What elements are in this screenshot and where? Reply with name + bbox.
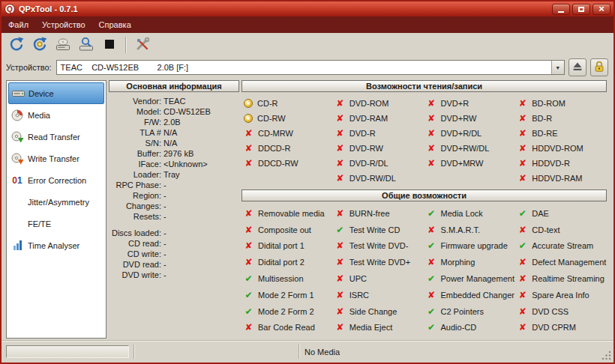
device-bar: Устройство: TEAC CD-W512EB 2.0B [F:] ▼ [2, 57, 614, 78]
stop-button[interactable] [99, 34, 120, 55]
capability-column: ✘DVD+R✘DVD+RW✘DVD+R/DL✘DVD+RW/DL✘DVD+MRW [424, 96, 516, 186]
info-value: <Unknown> [164, 159, 208, 169]
info-value: - [164, 238, 166, 249]
not-supported-x-icon: ✘ [518, 225, 527, 234]
not-supported-x-icon: ✘ [244, 241, 254, 251]
window-controls: × [552, 4, 610, 15]
sidebar-item-time-analyser[interactable]: Time Analyser [8, 234, 104, 256]
capability-label: DVD+RW/DL [441, 144, 490, 153]
title-bar[interactable]: Q QPxTool - 0.7.1 × [2, 1, 614, 16]
info-row-cd-read: CD read:- [109, 238, 239, 249]
capability-label: Media Eject [350, 323, 392, 332]
capability-bd-rom: ✘BD-ROM [515, 96, 607, 111]
supported-check-icon: ✔ [244, 290, 254, 300]
capability-bd-r: ✘BD-R [515, 111, 607, 126]
sidebar-item-read-transfer[interactable]: Read Transfer [8, 126, 104, 148]
menu-item-справка[interactable]: Справка [92, 16, 138, 33]
capability-label: Multisession [258, 274, 304, 283]
capability-label: Accurate Stream [532, 241, 593, 250]
minimize-button[interactable] [552, 4, 570, 15]
capability-dvd-r-dl: ✘DVD-R/DL [333, 156, 424, 171]
info-row-buffer: Buffer:2976 kB [109, 148, 239, 159]
capability-label: BD-ROM [532, 99, 566, 108]
capability-multisession: ✔Multisession [242, 270, 333, 287]
info-label: Discs loaded: [109, 228, 161, 238]
info-row-vendor: Vendor:TEAC [109, 96, 239, 106]
sidebar-item-error-correction[interactable]: 01Error Correction [8, 169, 104, 191]
capability-label: DVD-R/DL [350, 159, 388, 168]
info-value: - [164, 270, 166, 280]
capability-hddvd-rom: ✘HDDVD-ROM [515, 141, 607, 156]
sidebar-item-label: Write Transfer [28, 154, 80, 163]
capability-didital-port-1: ✘Didital port 1 [242, 238, 333, 255]
capability-label: BURN-free [350, 209, 390, 218]
capability-bd-re: ✘BD-RE [515, 126, 607, 141]
capability-column: ✔DAE✘CD-text✔Accurate Stream✘Defect Mana… [515, 205, 607, 336]
capability-column: ✘DVD-ROM✘DVD-RAM✘DVD-R✘DVD-RW✘DVD-R/DL✘D… [333, 96, 424, 186]
info-row-f-w: F/W:2.0B [109, 117, 239, 127]
refresh-info-button[interactable] [29, 34, 50, 55]
info-value: TEAC [164, 96, 185, 106]
not-supported-x-icon: ✘ [518, 274, 527, 284]
write-transfer-icon [10, 153, 24, 165]
not-supported-x-icon: ✘ [335, 129, 345, 139]
device-select[interactable]: TEAC CD-W512EB 2.0B [F:] ▼ [56, 60, 565, 75]
resize-grip[interactable] [602, 351, 611, 360]
rescan-bus-icon [9, 37, 24, 54]
capability-label: Realtime Streaming [532, 274, 604, 283]
menu-bar: ФайлУстройствоСправка [2, 16, 614, 33]
info-label: IFace: [109, 159, 161, 169]
not-supported-x-icon: ✘ [335, 241, 345, 251]
progress-bar [6, 345, 129, 358]
settings-button[interactable] [132, 34, 153, 55]
capability-label: Didital port 1 [258, 241, 304, 250]
menu-item-устройство[interactable]: Устройство [35, 16, 92, 33]
capability-label: Embedded Changer [441, 291, 514, 300]
eject-button[interactable] [568, 58, 586, 76]
maximize-button[interactable] [572, 4, 590, 15]
rescan-bus-button[interactable] [6, 34, 27, 55]
not-supported-x-icon: ✘ [518, 258, 527, 267]
info-row-changes: Changes:- [109, 201, 239, 211]
sidebar-item-fe-te[interactable]: FE/TE [8, 213, 104, 234]
capability-defect-management: ✘Defect Management [515, 254, 607, 270]
capability-label: Test Write DVD- [350, 241, 409, 250]
not-supported-x-icon: ✘ [427, 99, 436, 109]
sidebar-item-jitter-asymmetry[interactable]: Jitter/Asymmetry [8, 191, 104, 213]
load-eject-button[interactable] [52, 34, 74, 55]
capability-column: ✘Removable media✘Composite out✘Didital p… [242, 205, 333, 336]
error-correction-01-icon: 01 [10, 175, 24, 186]
close-button[interactable]: × [592, 4, 610, 15]
not-supported-x-icon: ✘ [244, 159, 254, 169]
info-panel-header: Основная информация [109, 80, 239, 92]
capability-label: BD-RE [532, 129, 557, 138]
info-label: Resets: [109, 211, 161, 222]
combo-dropdown-button[interactable]: ▼ [551, 61, 564, 74]
not-supported-x-icon: ✘ [427, 129, 436, 139]
lock-button[interactable] [590, 58, 608, 76]
menu-item-файл[interactable]: Файл [2, 16, 35, 33]
capability-label: Morphing [441, 258, 476, 267]
supported-check-icon: ✔ [427, 208, 436, 218]
capability-firmware-upgrade: ✔Firmware upgrade [424, 238, 516, 255]
capability-label: Audio-CD [441, 323, 477, 332]
info-panel: Основная информация Vendor:TEACModel:CD-… [109, 80, 239, 280]
sidebar-item-media[interactable]: Media [8, 104, 104, 126]
capability-label: Defect Management [532, 258, 606, 267]
not-supported-x-icon: ✘ [335, 323, 345, 333]
capability-label: Bar Code Read [258, 323, 315, 332]
not-supported-x-icon: ✘ [518, 323, 527, 333]
capability-media-eject: ✘Media Eject [333, 320, 424, 336]
sidebar-item-write-transfer[interactable]: Write Transfer [8, 148, 104, 169]
info-row-iface: IFace:<Unknown> [109, 159, 239, 169]
sidebar-item-device[interactable]: Device [8, 82, 104, 104]
scan-media-button[interactable] [76, 34, 97, 55]
supported-check-icon: ✔ [427, 274, 436, 284]
capability-column: ✔Media Lock✘S.M.A.R.T.✔Firmware upgrade✘… [424, 205, 516, 336]
capability-composite-out: ✘Composite out [242, 222, 333, 238]
info-value: - [164, 180, 166, 190]
info-rows: Vendor:TEACModel:CD-W512EBF/W:2.0BTLA #N… [109, 96, 239, 280]
supported-check-icon: ✔ [427, 241, 436, 251]
app-logo-icon: Q [4, 4, 15, 14]
info-value: - [164, 228, 166, 238]
